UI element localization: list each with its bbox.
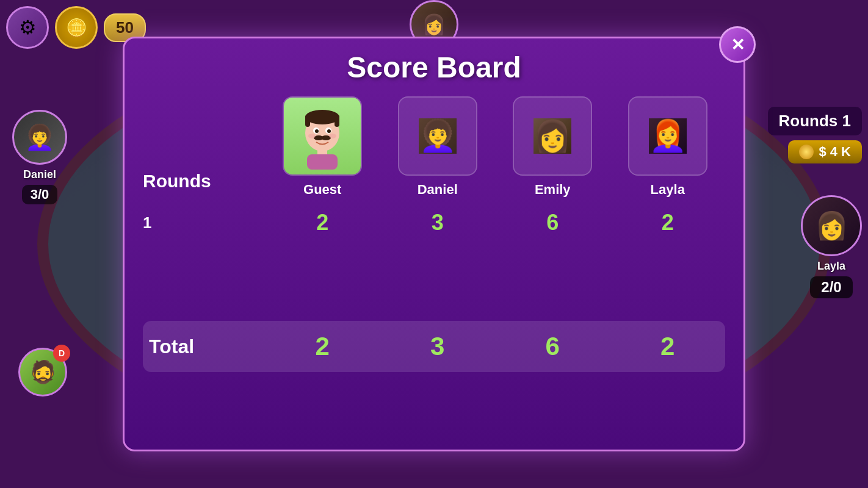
layla-name: Layla [651, 182, 685, 198]
empty-space [143, 242, 725, 303]
daniel-avatar-wrap: 👩‍🦱 [398, 96, 477, 176]
player-card-emily: 👩 Emily [495, 96, 610, 198]
emily-avatar-wrap: 👩 [513, 96, 592, 176]
guest-avatar [284, 98, 361, 174]
svg-point-13 [329, 134, 336, 138]
layla-photo: 👩‍🦰 [649, 118, 687, 154]
score-guest-r1: 2 [265, 210, 380, 235]
total-footer: Total 2 3 6 2 [143, 321, 725, 372]
player-card-daniel: 👩‍🦱 Daniel [380, 96, 496, 198]
table-row: 1 2 3 6 2 [143, 204, 725, 242]
guest-avatar-wrap [283, 96, 362, 176]
daniel-name: Daniel [418, 182, 458, 198]
round-number-1: 1 [143, 214, 265, 232]
modal-overlay: ✕ Score Board Rounds [0, 0, 868, 488]
score-layla-r1: 2 [610, 210, 726, 235]
total-daniel: 3 [380, 332, 496, 361]
score-board-modal: ✕ Score Board Rounds [123, 37, 745, 451]
board-title: Score Board [143, 51, 725, 84]
players-header: Rounds [143, 96, 725, 198]
emily-photo: 👩 [533, 118, 571, 154]
total-emily: 6 [495, 332, 610, 361]
svg-point-11 [327, 129, 331, 133]
total-layla: 2 [610, 332, 726, 361]
guest-name: Guest [303, 182, 341, 198]
rounds-label: Rounds [143, 171, 211, 192]
player-card-guest: Guest [265, 96, 380, 198]
rounds-col-header: Rounds [143, 171, 265, 198]
layla-avatar-wrap: 👩‍🦰 [628, 96, 707, 176]
daniel-photo: 👩‍🦱 [419, 118, 457, 154]
total-guest: 2 [265, 332, 380, 361]
guest-cartoon [292, 102, 353, 170]
score-table: 1 2 3 6 2 [143, 204, 725, 242]
emily-name: Emily [535, 182, 571, 198]
player-card-layla: 👩‍🦰 Layla [610, 96, 726, 198]
total-label: Total [143, 336, 265, 358]
close-button[interactable]: ✕ [719, 26, 756, 63]
svg-point-12 [308, 134, 316, 138]
svg-point-3 [305, 110, 339, 124]
svg-rect-4 [305, 115, 310, 127]
svg-point-10 [315, 129, 319, 133]
svg-rect-5 [335, 115, 339, 127]
svg-rect-1 [307, 154, 338, 170]
score-emily-r1: 6 [495, 210, 610, 235]
score-daniel-r1: 3 [380, 210, 496, 235]
